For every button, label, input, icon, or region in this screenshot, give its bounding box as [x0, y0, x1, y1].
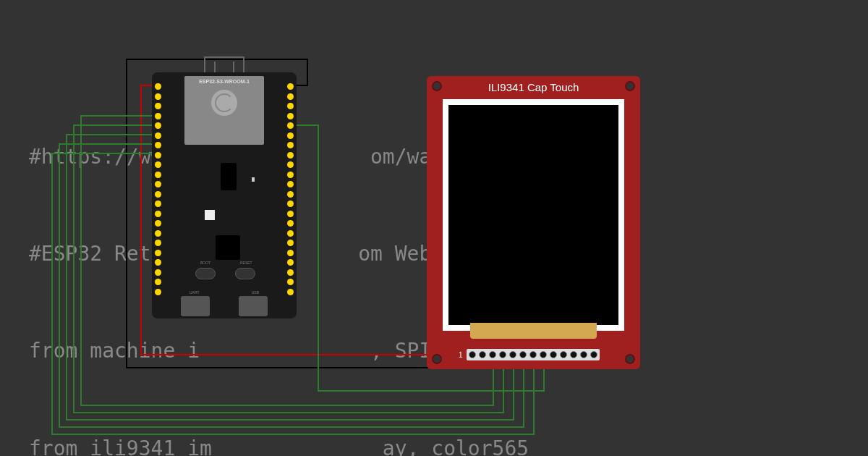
pin[interactable] [287, 142, 294, 148]
display-screen-bezel [443, 99, 624, 331]
pin[interactable] [287, 230, 294, 237]
usb-label: USB [252, 290, 259, 295]
pin[interactable] [287, 93, 294, 100]
display-screen[interactable] [448, 105, 618, 325]
mounting-hole-icon [432, 81, 442, 91]
pin[interactable] [287, 250, 294, 256]
ribbon-connector-icon [470, 323, 597, 339]
pin[interactable] [155, 230, 161, 237]
pin[interactable] [287, 122, 294, 129]
pin[interactable] [155, 269, 161, 276]
pin[interactable] [155, 250, 161, 256]
component-chip [221, 163, 237, 190]
pin[interactable] [287, 279, 294, 285]
esp32-chip: ESP32-S3-WROOM-1 [184, 76, 264, 145]
display-title: ILI9341 Cap Touch [427, 81, 640, 93]
pin[interactable] [287, 211, 294, 217]
pin[interactable] [155, 152, 161, 159]
pin[interactable] [155, 279, 161, 285]
code-line: from ili9341 im ay, color565 [29, 433, 868, 456]
uart-port [181, 296, 210, 316]
pin[interactable] [287, 220, 294, 227]
antenna-icon [204, 56, 244, 72]
usb-port [239, 296, 268, 316]
reset-label: RESET [240, 261, 252, 265]
pin[interactable] [489, 351, 496, 358]
pin[interactable] [287, 191, 294, 198]
pin[interactable] [155, 93, 161, 100]
boot-label: BOOT [200, 261, 210, 265]
pin[interactable] [499, 351, 506, 358]
pin[interactable] [155, 200, 161, 207]
uart-label: UART [190, 290, 200, 295]
pin[interactable] [550, 351, 557, 358]
espressif-logo-icon [211, 90, 237, 116]
pin[interactable] [155, 220, 161, 227]
pin[interactable] [155, 103, 161, 109]
pin[interactable] [509, 351, 516, 358]
pin[interactable] [155, 289, 161, 295]
pin[interactable] [155, 181, 161, 187]
pin[interactable] [287, 172, 294, 178]
pin[interactable] [155, 113, 161, 119]
pin[interactable] [287, 152, 294, 159]
pin[interactable] [155, 240, 161, 246]
pin[interactable] [287, 289, 294, 295]
pin[interactable] [155, 132, 161, 139]
pin[interactable] [287, 161, 294, 168]
mounting-hole-icon [625, 81, 635, 91]
pin[interactable] [287, 181, 294, 187]
pin[interactable] [519, 351, 527, 358]
chip-label: ESP32-S3-WROOM-1 [199, 79, 250, 84]
pin[interactable] [560, 351, 567, 358]
pin[interactable] [155, 172, 161, 178]
pin[interactable] [287, 132, 294, 139]
pin[interactable] [155, 191, 161, 198]
pin[interactable] [155, 161, 161, 168]
pins-right-row [287, 83, 294, 295]
pin[interactable] [287, 259, 294, 266]
pin[interactable] [287, 240, 294, 246]
esp32-board[interactable]: ESP32-S3-WROOM-1 BOOT RESET UART USB [152, 72, 297, 318]
ili9341-display-board[interactable]: ILI9341 Cap Touch 1 [427, 76, 640, 369]
pin[interactable] [287, 200, 294, 207]
pin[interactable] [570, 351, 577, 358]
pin[interactable] [590, 351, 597, 358]
pin[interactable] [479, 351, 486, 358]
mounting-hole-icon [625, 354, 635, 364]
pin-number-label: 1 [459, 351, 463, 359]
pin[interactable] [529, 351, 537, 358]
pin[interactable] [287, 103, 294, 109]
component-chip [216, 235, 240, 260]
pin[interactable] [155, 142, 161, 148]
pin[interactable] [469, 351, 476, 358]
pin[interactable] [155, 83, 161, 90]
display-pin-header [467, 349, 600, 360]
pin[interactable] [155, 122, 161, 129]
led-icon [205, 210, 215, 220]
pin[interactable] [540, 351, 547, 358]
component-dot [252, 177, 255, 182]
boot-button[interactable] [195, 268, 216, 279]
pins-left-row [155, 83, 161, 295]
reset-button[interactable] [235, 268, 255, 279]
pin[interactable] [287, 269, 294, 276]
pin[interactable] [287, 113, 294, 119]
pin[interactable] [155, 211, 161, 217]
mounting-hole-icon [432, 354, 442, 364]
pin[interactable] [580, 351, 587, 358]
pin[interactable] [287, 83, 294, 90]
pin[interactable] [155, 259, 161, 266]
